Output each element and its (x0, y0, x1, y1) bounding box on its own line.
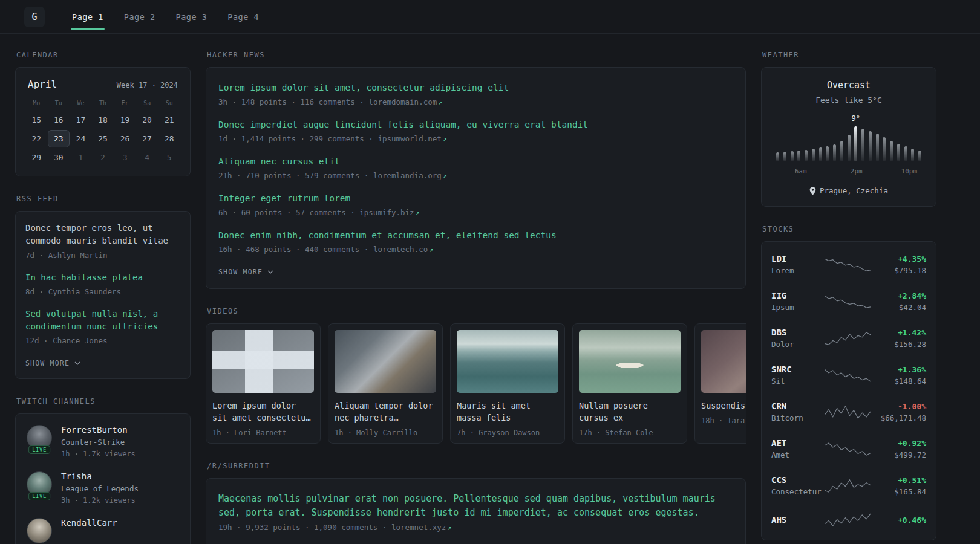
section-title-hackernews: HACKER NEWS (207, 51, 746, 59)
hackernews-item-title[interactable]: Donec enim nibh, condimentum et accumsan… (218, 228, 733, 242)
stock-row[interactable]: DBS Dolor +1.42% $156.28 (771, 320, 926, 357)
calendar-day-header: Mo (25, 100, 48, 106)
item-domain-link[interactable]: loremdomain.com (368, 97, 437, 106)
calendar-day[interactable]: 23 (48, 130, 70, 147)
rss-item-title[interactable]: Sed volutpat nulla nisl, a condimentum n… (25, 308, 180, 334)
calendar-day[interactable]: 15 (25, 111, 48, 129)
item-meta-text: 3h · 148 points · 116 comments · (218, 97, 368, 106)
calendar-day[interactable]: 17 (70, 111, 92, 129)
video-thumbnail[interactable] (212, 330, 314, 393)
rss-item-title[interactable]: In hac habitasse platea (25, 271, 180, 284)
calendar-day[interactable]: 19 (114, 111, 136, 129)
item-domain-link[interactable]: loremlandia.org (373, 171, 442, 180)
calendar-day[interactable]: 22 (25, 130, 48, 147)
video-thumbnail[interactable] (579, 330, 681, 393)
channel-name[interactable]: ForrestBurton (61, 425, 136, 435)
video-card[interactable]: Suspendisse diam 18h · Tara (694, 323, 746, 444)
stock-row[interactable]: AET Amet +0.92% $499.72 (771, 430, 926, 467)
weather-bar (918, 151, 921, 161)
stock-change: +0.51% (894, 476, 926, 485)
hackernews-item-meta: 3h · 148 points · 116 comments · loremdo… (218, 97, 733, 106)
video-card[interactable]: Nullam posuere cursus ex 17h · Stefan Co… (572, 323, 687, 444)
item-domain-link[interactable]: ipsumify.biz (359, 208, 414, 217)
calendar-day[interactable]: 5 (158, 149, 180, 166)
video-title[interactable]: Aliquam tempor dolor nec pharetra… (335, 400, 436, 424)
calendar-day[interactable]: 4 (136, 149, 158, 166)
chevron-down-icon (74, 361, 80, 365)
calendar-day[interactable]: 25 (92, 130, 114, 147)
app-logo[interactable]: G (24, 7, 45, 27)
calendar-day[interactable]: 29 (25, 149, 48, 166)
item-domain-link[interactable]: loremtech.co (373, 245, 428, 254)
hackernews-item-title[interactable]: Donec imperdiet augue tincidunt felis al… (218, 118, 733, 131)
stock-symbol: DBS (771, 328, 822, 337)
calendar-day[interactable]: 30 (48, 149, 70, 166)
video-title[interactable]: Suspendisse diam (701, 400, 746, 412)
video-title[interactable]: Mauris sit amet massa felis (457, 400, 558, 424)
video-meta: 18h · Tara (701, 416, 746, 425)
stock-row[interactable]: LDI Lorem +4.35% $795.18 (771, 246, 926, 283)
channel-name[interactable]: Trisha (61, 471, 139, 481)
calendar-day-header: Fr (114, 100, 136, 106)
calendar-day[interactable]: 2 (92, 149, 114, 166)
calendar-day[interactable]: 28 (158, 130, 180, 147)
stock-row[interactable]: AHS +0.46% (771, 504, 926, 536)
channel-game[interactable]: Counter-Strike (61, 438, 136, 447)
stock-values: +4.35% $795.18 (894, 254, 926, 275)
calendar-day[interactable]: 26 (114, 130, 136, 147)
video-card[interactable]: Aliquam tempor dolor nec pharetra… 1h · … (328, 323, 443, 444)
stock-id: AET Amet (771, 438, 822, 459)
section-title-subreddit: /R/SUBREDDIT (207, 462, 746, 470)
hackernews-item-title[interactable]: Aliquam nec cursus elit (218, 155, 733, 168)
weather-location-text: Prague, Czechia (820, 186, 888, 195)
video-thumbnail[interactable] (335, 330, 436, 393)
calendar-day[interactable]: 27 (136, 130, 158, 147)
twitch-channel[interactable]: KendallCarr (25, 518, 180, 543)
calendar-day[interactable]: 18 (92, 111, 114, 129)
calendar-day[interactable]: 1 (70, 149, 92, 166)
calendar-day[interactable]: 3 (114, 149, 136, 166)
weather-condition: Overcast (771, 80, 926, 91)
dashboard-content: CALENDAR April Week 17 · 2024 MoTuWeThFr… (0, 34, 980, 544)
weather-bar (805, 150, 808, 161)
page-tab[interactable]: Page 4 (226, 8, 260, 25)
channel-info: ForrestBurton Counter-Strike 1h · 1.7k v… (61, 425, 136, 458)
hackernews-item-title[interactable]: Lorem ipsum dolor sit amet, consectetur … (218, 81, 733, 94)
calendar-day[interactable]: 21 (158, 111, 180, 129)
stock-id: CRN Bitcorn (771, 401, 822, 423)
rss-item-title[interactable]: Donec tempor eros leo, ut commodo mauris… (25, 222, 180, 248)
video-thumbnail[interactable] (701, 330, 746, 393)
calendar-day[interactable]: 24 (70, 130, 92, 147)
page-tab[interactable]: Page 1 (71, 8, 105, 25)
page-tab[interactable]: Page 2 (123, 8, 157, 25)
video-thumbnail[interactable] (457, 330, 558, 393)
rss-item-meta: 7d · Ashlyn Martin (25, 251, 180, 260)
weather-bar (911, 149, 914, 161)
twitch-channel[interactable]: LIVE ForrestBurton Counter-Strike 1h · 1… (25, 425, 180, 458)
item-domain-link[interactable]: loremnet.xyz (391, 523, 446, 532)
channel-game[interactable]: League of Legends (61, 484, 139, 493)
stock-name: Amet (771, 450, 822, 459)
video-card[interactable]: Mauris sit amet massa felis 7h · Grayson… (450, 323, 565, 444)
hackernews-item-title[interactable]: Integer eget rutrum lorem (218, 192, 733, 205)
stock-row[interactable]: CRN Bitcorn -1.00% $66,171.48 (771, 393, 926, 430)
video-title[interactable]: Nullam posuere cursus ex (579, 400, 681, 424)
weather-bar (791, 151, 794, 161)
calendar-day[interactable]: 16 (48, 111, 70, 129)
calendar-day[interactable]: 20 (136, 111, 158, 129)
stock-row[interactable]: SNRC Sit +1.36% $148.64 (771, 357, 926, 393)
rss-show-more-button[interactable]: SHOW MORE (25, 358, 80, 370)
section-title-twitch: TWITCH CHANNELS (16, 397, 191, 406)
video-title[interactable]: Lorem ipsum dolor sit amet consectetu… (212, 400, 314, 424)
stock-row[interactable]: IIG Ipsum +2.84% $42.04 (771, 283, 926, 320)
twitch-channel[interactable]: LIVE Trisha League of Legends 3h · 1.2k … (25, 471, 180, 505)
subreddit-item-title[interactable]: Maecenas mollis pulvinar erat non posuer… (218, 492, 733, 520)
chevron-down-icon (267, 270, 273, 274)
page-tab[interactable]: Page 3 (175, 8, 209, 25)
hackernews-show-more-button[interactable]: SHOW MORE (218, 267, 273, 279)
channel-name[interactable]: KendallCarr (61, 518, 117, 528)
item-domain-link[interactable]: ipsumworld.net (377, 134, 441, 143)
video-card[interactable]: Lorem ipsum dolor sit amet consectetu… 1… (206, 323, 321, 444)
stock-row[interactable]: CCS Consectetur +0.51% $165.84 (771, 467, 926, 504)
section-title-videos: VIDEOS (207, 307, 746, 316)
